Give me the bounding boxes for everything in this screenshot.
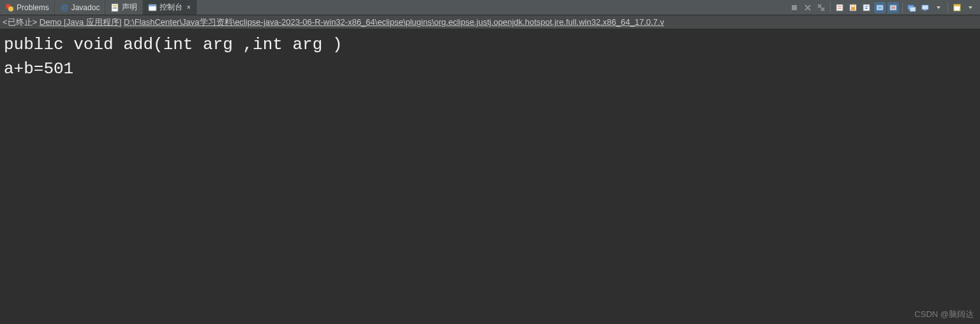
clear-console-button[interactable] (834, 2, 845, 13)
remove-launch-button[interactable] (802, 2, 813, 13)
problems-icon (5, 3, 14, 12)
svg-rect-29 (910, 7, 916, 11)
display-selected-console-button[interactable] (919, 2, 931, 13)
open-console-dropdown-icon[interactable] (965, 2, 976, 13)
scroll-lock-button[interactable] (847, 2, 859, 13)
tab-label: 声明 (122, 2, 137, 13)
svg-rect-22 (877, 5, 883, 10)
tab-label: Javadoc (71, 3, 100, 12)
tab-problems[interactable]: Problems (0, 0, 55, 15)
display-dropdown-icon[interactable] (933, 2, 944, 13)
svg-rect-8 (149, 4, 156, 6)
svg-point-1 (8, 6, 13, 11)
svg-text:@: @ (61, 3, 68, 12)
tabs-container: Problems @ Javadoc 声明 (0, 0, 197, 15)
svg-rect-4 (113, 5, 117, 6)
word-wrap-button[interactable] (861, 2, 872, 13)
tab-javadoc[interactable]: @ Javadoc (55, 0, 106, 15)
console-output[interactable]: public void add(int arg ,int arg ) a+b=5… (0, 29, 980, 324)
toolbar-separator (830, 3, 831, 13)
open-console-button[interactable]: + (951, 2, 963, 13)
tab-declaration[interactable]: 声明 (105, 0, 143, 15)
show-when-stdout-button[interactable] (874, 2, 886, 13)
terminate-button[interactable] (789, 2, 800, 13)
svg-rect-31 (924, 10, 926, 11)
javadoc-icon: @ (60, 3, 69, 12)
output-line: public void add(int arg ,int arg ) (4, 35, 343, 54)
tab-bar-spacer (197, 0, 789, 15)
declaration-icon (110, 3, 119, 12)
watermark-text: CSDN @脑阔达 (914, 309, 974, 320)
toolbar-separator (947, 3, 948, 13)
svg-rect-20 (851, 7, 855, 10)
console-toolbar: + (789, 0, 980, 15)
console-icon (148, 3, 157, 12)
svg-rect-5 (113, 7, 117, 8)
tab-bar: Problems @ Javadoc 声明 (0, 0, 980, 15)
svg-rect-9 (792, 5, 797, 10)
svg-rect-25 (890, 5, 896, 10)
pin-console-button[interactable] (906, 2, 917, 13)
output-line: a+b=501 (4, 59, 73, 78)
show-when-stderr-button[interactable] (887, 2, 899, 13)
tab-console[interactable]: 控制台 × (143, 0, 196, 15)
tab-close-icon[interactable]: × (186, 4, 190, 11)
svg-text:+: + (959, 6, 961, 12)
svg-rect-16 (836, 4, 843, 11)
toolbar-separator (902, 3, 903, 13)
launch-description: <已终止> Demo [Java 应用程序] D:\FlashCenter\Ja… (0, 15, 980, 29)
launch-path: D:\FlashCenter\Java学习资料\eclipse-java-202… (124, 17, 664, 27)
launch-status: <已终止> (3, 17, 37, 27)
remove-all-terminated-button[interactable] (815, 2, 827, 13)
svg-rect-6 (113, 8, 117, 9)
launch-name: Demo [Java 应用程序] (40, 17, 122, 27)
tab-label: Problems (17, 3, 49, 12)
svg-rect-30 (922, 5, 928, 10)
tab-label: 控制台 (160, 2, 182, 13)
